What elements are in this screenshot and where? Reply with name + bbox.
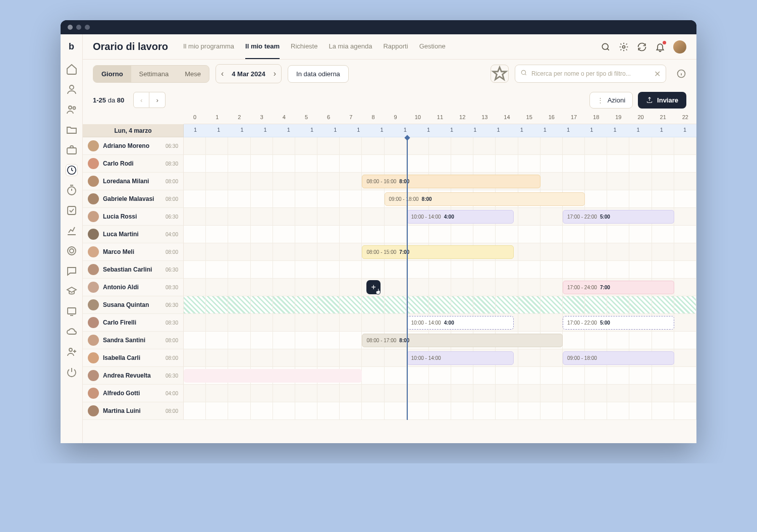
- today-button[interactable]: In data odierna: [288, 65, 349, 83]
- timeline-row[interactable]: [184, 155, 696, 173]
- employee-row[interactable]: Antonio Aldi 08:30: [83, 279, 184, 296]
- shift-block[interactable]: 10:00 - 14:004:00: [407, 316, 514, 330]
- employee-name: Carlo Rodi: [103, 160, 161, 167]
- app-logo[interactable]: b: [69, 41, 74, 52]
- nav-check-icon[interactable]: [66, 204, 78, 217]
- nav-screen-icon[interactable]: [66, 305, 78, 317]
- tab-gestione[interactable]: Gestione: [419, 34, 446, 59]
- timeline-row[interactable]: 08:00 - 16:008:00: [184, 173, 696, 190]
- shift-block[interactable]: 17:00 - 22:005:00: [563, 210, 674, 224]
- nav-home-icon[interactable]: [66, 63, 78, 75]
- search-clear-icon[interactable]: ✕: [654, 69, 661, 79]
- employee-avatar: [88, 211, 99, 222]
- tab-il-mio-programma[interactable]: Il mio programma: [183, 34, 234, 59]
- shift-block[interactable]: 10:00 - 14:00: [407, 351, 514, 365]
- employee-row[interactable]: Adriano Moreno 06:30: [83, 137, 184, 155]
- pager-next-button[interactable]: ›: [149, 92, 166, 108]
- employee-row[interactable]: Sebastian Carlini 06:30: [83, 261, 184, 279]
- employee-hours: 08:00: [166, 408, 178, 414]
- employee-row[interactable]: Sandra Santini 08:00: [83, 332, 184, 349]
- hour-cell: 20: [629, 112, 652, 124]
- timeline-row[interactable]: 17:00 - 24:007:00+: [184, 279, 696, 296]
- employee-name: Andrea Revuelta: [103, 372, 161, 379]
- shift-block[interactable]: 08:00 - 16:008:00: [362, 175, 540, 188]
- send-button[interactable]: Inviare: [638, 92, 686, 109]
- favorite-button[interactable]: [491, 65, 509, 83]
- nav-person-add-icon[interactable]: [66, 346, 78, 358]
- shift-block[interactable]: 17:00 - 24:007:00: [563, 281, 674, 294]
- employee-row[interactable]: Andrea Revuelta 06:30: [83, 367, 184, 385]
- view-giorno[interactable]: Giorno: [93, 66, 131, 82]
- count-cell: 1: [254, 124, 277, 137]
- timeline-row[interactable]: 08:00 - 17:008:00: [184, 332, 696, 349]
- timeline-row[interactable]: 10:00 - 14:0009:00 - 18:00: [184, 349, 696, 367]
- nav-timer-icon[interactable]: [66, 184, 78, 196]
- nav-chat-icon[interactable]: [66, 265, 78, 277]
- nav-briefcase-icon[interactable]: [66, 144, 78, 156]
- timeline-row[interactable]: [184, 367, 696, 385]
- search-icon[interactable]: [601, 42, 611, 52]
- grid-body[interactable]: 08:00 - 16:008:0009:00 - 18:008:0010:00 …: [184, 137, 696, 420]
- timeline-row[interactable]: 08:00 - 15:007:00: [184, 243, 696, 261]
- timeline-row[interactable]: [184, 296, 696, 314]
- bell-icon[interactable]: [655, 42, 665, 52]
- nav-folder-icon[interactable]: [66, 124, 78, 136]
- actions-button[interactable]: ⋮Azioni: [589, 92, 633, 109]
- tab-la-mia-agenda[interactable]: La mia agenda: [329, 34, 372, 59]
- timeline-row[interactable]: [184, 226, 696, 243]
- shift-block[interactable]: 08:00 - 17:008:00: [362, 334, 563, 347]
- tab-il-mio-team[interactable]: Il mio team: [245, 34, 280, 59]
- employee-row[interactable]: Isabella Carli 08:00: [83, 349, 184, 367]
- pager-prev-button[interactable]: ‹: [133, 92, 149, 108]
- employee-row[interactable]: Martina Luini 08:00: [83, 402, 184, 420]
- employee-row[interactable]: Marco Meli 08:00: [83, 243, 184, 261]
- traffic-lights[interactable]: [68, 25, 90, 30]
- nav-clock-icon[interactable]: [66, 164, 78, 176]
- timeline-row[interactable]: 10:00 - 14:004:0017:00 - 22:005:00: [184, 208, 696, 226]
- timeline-row[interactable]: 10:00 - 14:004:0017:00 - 22:005:00: [184, 314, 696, 332]
- date-label[interactable]: 4 Mar 2024: [229, 70, 268, 78]
- count-cell: 1: [557, 124, 580, 137]
- nav-chart-icon[interactable]: [66, 225, 78, 237]
- search-input[interactable]: [531, 70, 651, 77]
- shift-block[interactable]: 09:00 - 18:00: [563, 351, 674, 365]
- nav-user-icon[interactable]: [66, 83, 78, 95]
- shift-block[interactable]: 08:00 - 15:007:00: [362, 245, 513, 259]
- timeline-row[interactable]: [184, 261, 696, 279]
- timeline-row[interactable]: 09:00 - 18:008:00: [184, 190, 696, 208]
- shift-block[interactable]: 09:00 - 18:008:00: [385, 192, 585, 206]
- employee-row[interactable]: Carlo Rodi 08:30: [83, 155, 184, 173]
- info-icon[interactable]: [676, 69, 686, 79]
- shift-block[interactable]: [184, 369, 362, 383]
- date-prev-button[interactable]: ‹: [216, 65, 229, 83]
- employee-row[interactable]: Carlo Firelli 08:30: [83, 314, 184, 332]
- employee-row[interactable]: Alfredo Gotti 04:00: [83, 385, 184, 402]
- view-mese[interactable]: Mese: [177, 66, 209, 82]
- timeline-row[interactable]: [184, 137, 696, 155]
- user-avatar[interactable]: [673, 40, 686, 54]
- shift-block[interactable]: 10:00 - 14:004:00: [407, 210, 514, 224]
- employee-row[interactable]: Susana Quintan 06:30: [83, 296, 184, 314]
- refresh-icon[interactable]: [637, 42, 647, 52]
- tab-rapporti[interactable]: Rapporti: [383, 34, 408, 59]
- timeline-row[interactable]: [184, 402, 696, 420]
- nav-cloud-icon[interactable]: [66, 326, 78, 338]
- timeline-row[interactable]: [184, 385, 696, 402]
- employee-row[interactable]: Luca Martini 04:00: [83, 226, 184, 243]
- tab-richieste[interactable]: Richieste: [291, 34, 317, 59]
- hour-cell: 16: [540, 112, 563, 124]
- hour-cell: 11: [429, 112, 451, 124]
- employee-row[interactable]: Gabriele Malavasi 08:00: [83, 190, 184, 208]
- date-next-button[interactable]: ›: [268, 65, 281, 83]
- settings-icon[interactable]: [619, 42, 629, 52]
- employee-row[interactable]: Lucia Rossi 06:30: [83, 208, 184, 226]
- employee-column: Lun, 4 marzo Adriano Moreno 06:30 Carlo …: [83, 112, 184, 443]
- nav-target-icon[interactable]: [66, 245, 78, 257]
- employee-row[interactable]: Loredana Milani 08:00: [83, 173, 184, 190]
- nav-team-icon[interactable]: [66, 103, 78, 116]
- shift-block[interactable]: 17:00 - 22:005:00: [563, 316, 674, 330]
- nav-grad-icon[interactable]: [66, 285, 78, 297]
- view-settimana[interactable]: Settimana: [131, 66, 177, 82]
- nav-power-icon[interactable]: [66, 366, 78, 378]
- employee-hours: 08:00: [166, 179, 178, 184]
